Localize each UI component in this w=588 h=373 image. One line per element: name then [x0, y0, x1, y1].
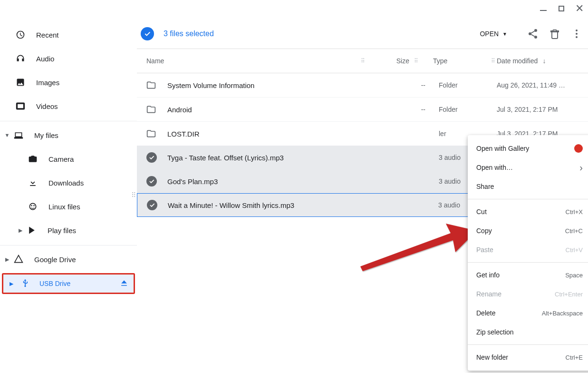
menu-label: Paste	[476, 246, 566, 254]
menu-item-open-with-gallery[interactable]: Open with Gallery	[468, 139, 588, 158]
svg-point-1	[31, 205, 32, 206]
menu-divider	[468, 344, 588, 345]
nav-label: Google Drive	[34, 255, 76, 264]
menu-item-paste: PasteCtrl+V	[468, 240, 588, 259]
menu-label: Cut	[476, 208, 566, 216]
chevron-right-icon: ›	[579, 162, 583, 173]
menu-item-open-with[interactable]: Open with…›	[468, 158, 588, 177]
menu-label: Copy	[476, 227, 565, 235]
file-size: --	[383, 106, 425, 113]
download-icon	[28, 177, 38, 188]
nav-label: USB Drive	[39, 280, 119, 287]
nav-play-files[interactable]: ▶ Play files	[0, 218, 137, 242]
nav-my-files[interactable]: ▼ My files	[0, 123, 137, 147]
file-name: God's Plan.mp3	[167, 177, 383, 186]
file-row[interactable]: System Volume Information--FolderAug 26,…	[137, 73, 588, 97]
menu-shortcut: Ctrl+V	[566, 246, 583, 254]
column-grip-icon[interactable]: ⠿	[491, 58, 497, 64]
delete-icon[interactable]	[549, 28, 560, 39]
menu-shortcut: Ctrl+E	[566, 354, 583, 361]
file-date: Jul 3, 2021, 2:17 PM	[497, 106, 582, 113]
selection-check-icon[interactable]	[141, 27, 154, 40]
svg-point-2	[33, 205, 35, 206]
play-icon	[27, 225, 37, 236]
camera-icon	[28, 154, 38, 164]
nav-linux-files[interactable]: Linux files	[0, 195, 137, 218]
column-headers: Name ⠿ Size ⠿ Type ⠿ Date modified↓	[137, 49, 588, 73]
sort-desc-icon: ↓	[542, 57, 546, 65]
column-grip-icon[interactable]: ⠿	[361, 58, 366, 64]
nav-recent[interactable]: Recent	[0, 23, 137, 47]
menu-label: Zip selection	[476, 328, 583, 336]
file-name: LOST.DIR	[167, 130, 383, 138]
nav-images[interactable]: Images	[0, 70, 137, 94]
nav-camera[interactable]: Camera	[0, 147, 137, 171]
svg-point-4	[529, 32, 531, 35]
menu-item-new-folder[interactable]: New folderCtrl+E	[468, 348, 588, 367]
menu-shortcut: Alt+Backspace	[542, 310, 583, 317]
eject-icon[interactable]	[119, 278, 129, 289]
chevron-right-icon[interactable]: ▶	[8, 281, 15, 287]
nav-usb-drive[interactable]: ▶ USB Drive	[2, 273, 135, 294]
column-date[interactable]: Date modified↓	[497, 57, 582, 65]
new-badge-icon	[574, 144, 583, 153]
selected-check-icon	[147, 200, 157, 210]
chevron-right-icon[interactable]: ▶	[17, 227, 24, 234]
menu-item-share[interactable]: Share	[468, 177, 588, 196]
linux-icon	[28, 201, 38, 212]
open-button[interactable]: OPEN▼	[480, 30, 507, 38]
menu-label: Rename	[476, 290, 555, 298]
svg-point-8	[576, 36, 578, 38]
column-size[interactable]: Size	[366, 57, 409, 65]
nav-label: Audio	[36, 55, 54, 63]
file-name: Tyga - Taste feat. Offset (Lyrics).mp3	[167, 154, 383, 162]
column-type[interactable]: Type	[420, 57, 491, 65]
svg-point-5	[534, 36, 537, 39]
column-name[interactable]: Name	[146, 57, 361, 65]
more-icon[interactable]	[571, 28, 582, 39]
usb-icon	[20, 278, 31, 289]
chevron-right-icon[interactable]: ▶	[4, 256, 10, 263]
section-my-files: ▼ My files Camera Downloads Linux files …	[0, 121, 137, 242]
nav-label: My files	[34, 131, 58, 139]
nav-label: Linux files	[48, 203, 80, 211]
menu-label: Share	[476, 183, 583, 190]
menu-label: Open with Gallery	[476, 145, 574, 152]
image-icon	[15, 77, 26, 88]
menu-item-rename: RenameCtrl+Enter	[468, 285, 588, 304]
headphones-icon	[15, 53, 26, 64]
share-icon[interactable]	[527, 28, 539, 39]
file-date: Aug 26, 2021, 11:49 …	[497, 81, 582, 89]
nav-label: Play files	[48, 226, 76, 235]
menu-divider	[468, 262, 588, 263]
menu-item-copy[interactable]: CopyCtrl+C	[468, 221, 588, 240]
column-grip-icon[interactable]: ⠿	[414, 58, 420, 64]
menu-item-zip-selection[interactable]: Zip selection	[468, 323, 588, 342]
nav-label: Videos	[36, 102, 58, 110]
folder-icon	[146, 129, 157, 138]
pane-resize-handle[interactable]: ⠿	[131, 191, 136, 199]
menu-label: New folder	[476, 353, 566, 361]
nav-videos[interactable]: Videos	[0, 94, 137, 118]
chevron-down-icon[interactable]: ▼	[4, 132, 10, 138]
file-row[interactable]: Android--FolderJul 3, 2021, 2:17 PM	[137, 98, 588, 121]
file-type: Folder	[425, 106, 497, 113]
menu-item-cut[interactable]: CutCtrl+X	[468, 202, 588, 221]
menu-shortcut: Space	[565, 272, 583, 279]
nav-downloads[interactable]: Downloads	[0, 171, 137, 195]
nav-audio[interactable]: Audio	[0, 47, 137, 70]
selected-check-icon	[146, 176, 157, 186]
menu-divider	[468, 199, 588, 199]
nav-label: Images	[36, 79, 59, 87]
clock-icon	[15, 29, 26, 40]
nav-label: Camera	[48, 155, 74, 163]
main-content: ⠿ 3 files selected OPEN▼ Name ⠿ Size ⠿ T…	[137, 0, 588, 373]
menu-label: Get info	[476, 271, 565, 279]
section-drive: ▶ Google Drive	[0, 245, 137, 271]
menu-item-delete[interactable]: DeleteAlt+Backspace	[468, 304, 588, 323]
file-name: System Volume Information	[167, 81, 383, 89]
nav-google-drive[interactable]: ▶ Google Drive	[0, 247, 137, 271]
selection-toolbar: 3 files selected OPEN▼	[137, 23, 588, 45]
menu-item-get-info[interactable]: Get infoSpace	[468, 265, 588, 285]
chevron-down-icon: ▼	[502, 31, 507, 37]
